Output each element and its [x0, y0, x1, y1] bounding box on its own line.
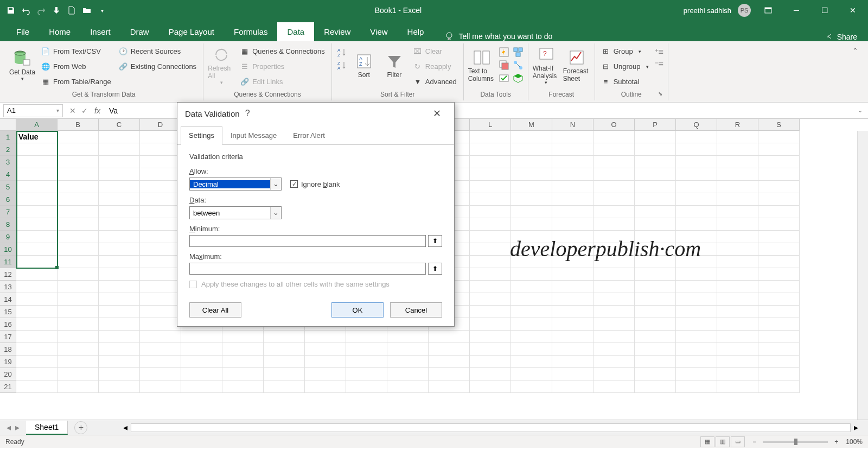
cell[interactable]	[552, 156, 593, 168]
cell[interactable]	[635, 356, 676, 368]
cell[interactable]	[758, 256, 800, 268]
redo-icon[interactable]	[35, 4, 48, 17]
cell[interactable]	[717, 368, 758, 380]
cell[interactable]	[470, 193, 511, 206]
vertical-scrollbar[interactable]	[857, 131, 868, 420]
cell[interactable]	[58, 293, 99, 306]
allow-combo[interactable]: Decimal ⌄	[189, 177, 282, 191]
cell[interactable]	[676, 168, 717, 181]
cell[interactable]	[511, 368, 552, 380]
cell[interactable]	[16, 293, 58, 306]
filter-button[interactable]: Filter	[381, 45, 408, 87]
cell[interactable]	[552, 356, 593, 368]
cell[interactable]	[99, 368, 140, 380]
cell[interactable]	[58, 168, 99, 181]
cell[interactable]	[346, 380, 387, 393]
ok-button[interactable]: OK	[331, 302, 384, 318]
cell[interactable]	[552, 143, 593, 156]
sort-button[interactable]: AZ Sort	[350, 45, 378, 87]
row-header[interactable]: 9	[0, 231, 16, 243]
cell[interactable]	[58, 331, 99, 343]
from-table-range-button[interactable]: ▦From Table/Range	[39, 75, 113, 88]
cell[interactable]	[58, 156, 99, 168]
cell[interactable]	[635, 281, 676, 293]
cell[interactable]	[635, 193, 676, 206]
cell[interactable]	[511, 293, 552, 306]
cell[interactable]	[140, 380, 181, 393]
zoom-level[interactable]: 100%	[846, 438, 863, 446]
cell[interactable]	[511, 356, 552, 368]
cell[interactable]	[676, 143, 717, 156]
normal-view-icon[interactable]: ▦	[700, 436, 714, 447]
cell[interactable]	[758, 293, 800, 306]
name-box[interactable]: A1 ▾	[3, 104, 63, 117]
cell[interactable]	[758, 131, 800, 143]
tab-error-alert[interactable]: Error Alert	[285, 126, 333, 144]
group-button[interactable]: ⊞Group▾	[599, 45, 651, 58]
cell[interactable]	[552, 318, 593, 331]
cell[interactable]	[635, 368, 676, 380]
row-header[interactable]: 5	[0, 181, 16, 193]
prev-sheet-icon[interactable]: ◂	[7, 422, 11, 433]
cell[interactable]	[593, 318, 635, 331]
cell[interactable]	[511, 331, 552, 343]
touch-mode-icon[interactable]	[50, 4, 63, 17]
cell[interactable]	[717, 243, 758, 256]
cell[interactable]	[387, 331, 429, 343]
tab-draw[interactable]: Draw	[120, 22, 159, 41]
cell[interactable]	[140, 218, 181, 231]
cell[interactable]	[635, 331, 676, 343]
cell[interactable]	[717, 181, 758, 193]
cell[interactable]	[429, 343, 470, 356]
cell[interactable]	[635, 318, 676, 331]
tab-settings[interactable]: Settings	[181, 126, 222, 145]
cell[interactable]	[99, 218, 140, 231]
cell[interactable]	[758, 343, 800, 356]
cell[interactable]	[16, 218, 58, 231]
cell[interactable]	[99, 268, 140, 281]
refresh-all-button[interactable]: Refresh All ▾	[208, 45, 235, 87]
cell[interactable]	[470, 368, 511, 380]
row-header[interactable]: 7	[0, 206, 16, 218]
cell[interactable]	[470, 281, 511, 293]
cell[interactable]	[264, 380, 305, 393]
cell[interactable]	[387, 343, 429, 356]
dialog-close-icon[interactable]: ✕	[427, 105, 446, 122]
col-header[interactable]: A	[16, 119, 58, 131]
cell[interactable]	[676, 318, 717, 331]
cell[interactable]	[58, 306, 99, 318]
chevron-down-icon[interactable]: ⌄	[270, 178, 281, 190]
maximize-icon[interactable]: ☐	[814, 0, 835, 21]
cell[interactable]	[511, 268, 552, 281]
cell[interactable]	[717, 293, 758, 306]
cell[interactable]	[470, 181, 511, 193]
cell[interactable]	[16, 193, 58, 206]
cell[interactable]	[16, 243, 58, 256]
cell[interactable]	[717, 331, 758, 343]
cell[interactable]	[140, 168, 181, 181]
cell[interactable]	[470, 231, 511, 243]
cell[interactable]	[552, 306, 593, 318]
relationships-icon[interactable]	[513, 60, 524, 71]
collapse-ribbon-icon[interactable]: ⌃	[847, 43, 864, 102]
cell[interactable]	[552, 131, 593, 143]
row-header[interactable]: 4	[0, 168, 16, 181]
cell[interactable]	[511, 156, 552, 168]
tab-formulas[interactable]: Formulas	[224, 22, 278, 41]
cell[interactable]	[58, 343, 99, 356]
minimum-input[interactable]	[189, 235, 426, 247]
cell[interactable]	[676, 306, 717, 318]
new-file-icon[interactable]	[65, 4, 78, 17]
cell[interactable]	[58, 268, 99, 281]
cell[interactable]	[264, 368, 305, 380]
cell[interactable]	[470, 343, 511, 356]
cell[interactable]	[140, 293, 181, 306]
row-header[interactable]: 1	[0, 131, 16, 143]
cell[interactable]	[593, 281, 635, 293]
cell[interactable]	[552, 281, 593, 293]
cell[interactable]	[676, 380, 717, 393]
cell[interactable]	[16, 168, 58, 181]
cell[interactable]	[470, 243, 511, 256]
flash-fill-icon[interactable]	[499, 47, 509, 58]
cell[interactable]	[676, 331, 717, 343]
